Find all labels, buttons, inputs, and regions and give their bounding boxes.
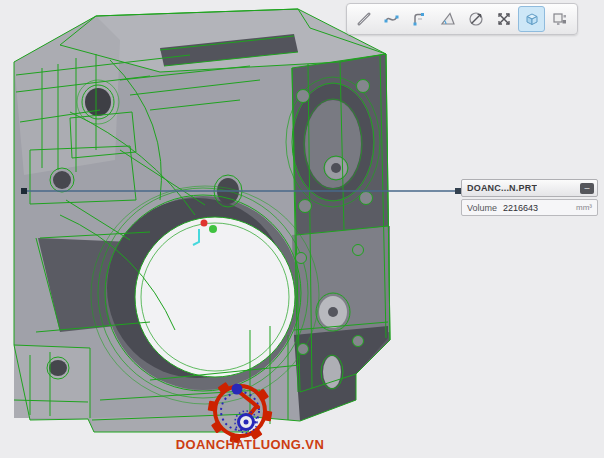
tool-measure-length[interactable]: [378, 6, 405, 32]
part-name: DOANC...N.PRT: [467, 183, 537, 193]
tool-measure-curve[interactable]: [406, 6, 433, 32]
watermark-text: DOANCHATLUONG.VN: [135, 437, 365, 452]
hole-left[interactable]: [53, 171, 71, 189]
cad-window: DOANC...N.PRT – Volume 2216643 mm³ DOANC…: [0, 0, 604, 458]
tool-measure-diameter[interactable]: [462, 6, 489, 32]
hole-foot[interactable]: [49, 360, 67, 376]
measure-distance-icon: [355, 10, 373, 28]
model-viewport[interactable]: [0, 0, 604, 458]
callout-header[interactable]: DOANC...N.PRT –: [461, 179, 598, 197]
tool-measure-center-of-gravity[interactable]: [546, 6, 573, 32]
measure-toolbar: [346, 3, 578, 35]
volume-unit: mm³: [576, 203, 592, 212]
measure-volume-icon: [523, 10, 541, 28]
tool-measure-volume[interactable]: [518, 6, 545, 32]
volume-row: Volume 2216643 mm³: [461, 199, 598, 216]
tool-measure-distance[interactable]: [350, 6, 377, 32]
measure-angle-icon: [439, 10, 457, 28]
side-boss-lower[interactable]: [323, 356, 341, 388]
measure-center-of-gravity-icon: [551, 10, 569, 28]
measure-callout: DOANC...N.PRT – Volume 2216643 mm³: [461, 179, 598, 216]
tool-measure-angle[interactable]: [434, 6, 461, 32]
measure-curve-icon: [411, 10, 429, 28]
tool-measure-transform[interactable]: [490, 6, 517, 32]
measure-length-icon: [383, 10, 401, 28]
measure-diameter-icon: [467, 10, 485, 28]
volume-value: 2216643: [503, 203, 570, 213]
collapse-icon[interactable]: –: [580, 183, 594, 194]
volume-label: Volume: [467, 203, 497, 213]
measure-transform-icon: [495, 10, 513, 28]
